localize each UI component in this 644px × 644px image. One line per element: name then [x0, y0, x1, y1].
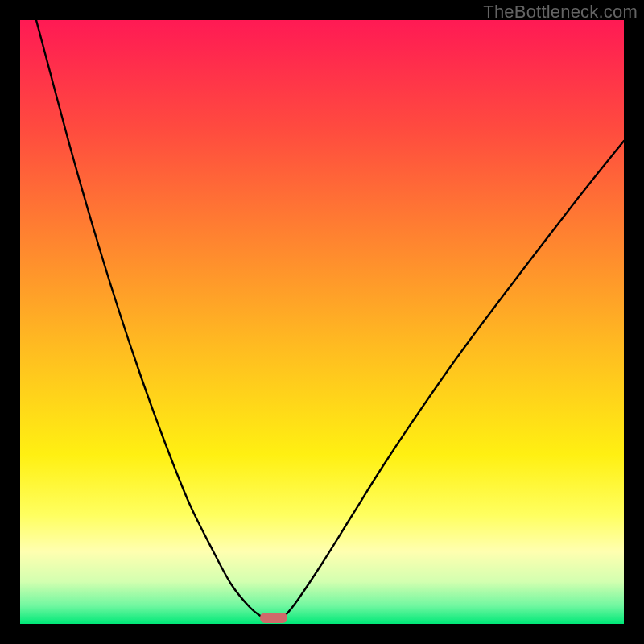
background-gradient — [20, 20, 624, 624]
chart-frame: TheBottleneck.com — [0, 0, 644, 644]
minimum-marker — [260, 613, 287, 623]
watermark-text: TheBottleneck.com — [483, 2, 638, 23]
chart-svg — [20, 20, 624, 624]
plot-area — [20, 20, 624, 624]
